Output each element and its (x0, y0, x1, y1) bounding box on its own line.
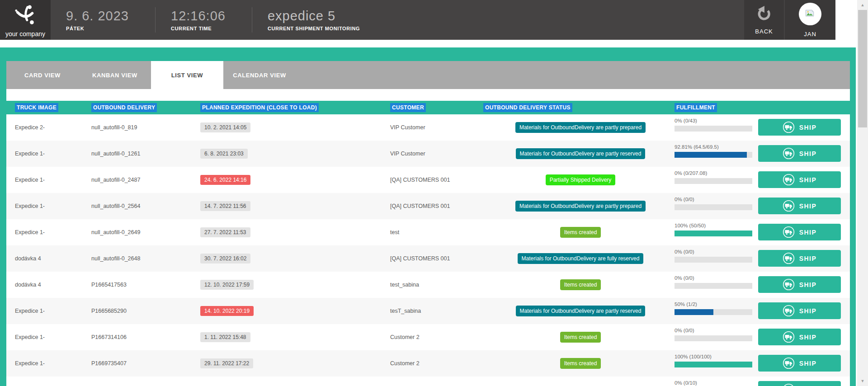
content-frame: CARD VIEWKANBAN VIEWLIST VIEWCALENDAR VI… (0, 47, 856, 386)
delivery-status-cell: Materials for OutboundDelivery are partl… (481, 122, 680, 133)
customer-cell: VIP Customer (390, 124, 425, 131)
outbound-delivery-cell: null_autofill-0_2487 (91, 177, 140, 183)
tab-bar: CARD VIEWKANBAN VIEWLIST VIEWCALENDAR VI… (6, 61, 850, 89)
outbound-delivery-cell: null_autofill-0_2564 (91, 203, 140, 209)
fulfillment-progress-bar (675, 362, 752, 367)
customer-cell: [QA] CUSTOMERS 001 (390, 255, 450, 262)
truck-icon (783, 305, 795, 317)
page-title: expedice 5 (268, 9, 360, 24)
frame-right-border (850, 61, 856, 386)
table-row: Expedice 1-P166973540729. 11. 2022 17:22… (6, 350, 850, 377)
delivery-status-badge: Materials for OutboundDelivery are partl… (515, 201, 646, 212)
company-logo: your company (0, 0, 51, 40)
fulfillment-progress-bar (675, 231, 752, 236)
delivery-status-badge: Partially Shipped Delivery (546, 174, 616, 185)
customer-cell: test (390, 229, 399, 235)
tab-list-view[interactable]: LIST VIEW (151, 61, 223, 89)
truck-icon (783, 331, 795, 343)
ship-button[interactable]: SHIP (758, 250, 841, 267)
ship-button[interactable]: SHIP (758, 145, 841, 162)
frame-left-border (0, 61, 6, 386)
ship-button-label: SHIP (799, 360, 817, 367)
ship-button-label: SHIP (799, 307, 817, 315)
fulfillment-progress-bar (675, 126, 752, 132)
current-date-label: PÁTEK (66, 26, 129, 31)
truck-image-cell: dodávka 4 (15, 282, 41, 288)
customer-cell: Customer 2 (390, 360, 420, 367)
up-arrow-icon[interactable]: ▲ (857, 1, 868, 9)
ship-button[interactable]: SHIP (758, 198, 841, 214)
customer-cell: [QA] CUSTOMERS 001 (390, 203, 450, 209)
fulfillment-label: 0% (0/10) (675, 380, 752, 386)
table-row: 0% (0/10)SHIP (6, 377, 850, 386)
truck-image-cell: Expedice 1- (15, 229, 45, 235)
fulfillment-cell: 0% (0/0) (675, 328, 752, 341)
down-arrow-icon[interactable]: ▼ (857, 377, 868, 385)
shipment-title-block: expedice 5 CURRENT SHIPMENT MONITORING (252, 0, 386, 40)
ship-button[interactable]: SHIP (758, 224, 841, 240)
truck-image-cell: dodávka 4 (15, 255, 41, 262)
frame-top-border (0, 47, 856, 61)
column-header: OUTBOUND DELIVERY STATUS (483, 103, 572, 112)
fulfillment-progress-bar (675, 283, 752, 289)
ship-cell: SHIP (758, 119, 841, 136)
back-label: BACK (755, 28, 773, 35)
delivery-status-badge: Items created (560, 279, 601, 290)
header: your company 9. 6. 2023 PÁTEK 12:16:06 C… (0, 0, 835, 40)
delivery-status-cell: Items created (481, 332, 680, 343)
ship-button[interactable]: SHIP (758, 329, 841, 345)
scrollbar[interactable]: ▲ ▼ (857, 0, 868, 386)
truck-icon (783, 147, 795, 160)
fulfillment-label: 0% (0/0) (675, 249, 752, 254)
current-time-label: CURRENT TIME (171, 26, 226, 31)
ship-button[interactable]: SHIP (758, 119, 841, 136)
outbound-delivery-cell: null_autofill-0_2649 (91, 229, 140, 235)
ship-button[interactable]: SHIP (758, 302, 841, 319)
ship-cell: SHIP (758, 381, 841, 386)
delivery-status-cell: Items created (481, 227, 680, 238)
expedition-date-badge: 30. 7. 2022 16:02 (200, 254, 250, 264)
column-header: CUSTOMER (390, 103, 426, 112)
main-content: CARD VIEWKANBAN VIEWLIST VIEWCALENDAR VI… (6, 61, 850, 386)
expedition-date-badge: 24. 6. 2022 14:16 (200, 175, 250, 185)
planned-expedition-cell: 24. 6. 2022 14:16 (200, 177, 250, 183)
expedition-date-badge: 1. 11. 2022 15:48 (200, 332, 250, 342)
planned-expedition-cell: 6. 8. 2021 23:03 (200, 151, 248, 157)
ship-button[interactable]: SHIP (758, 276, 841, 293)
ship-button[interactable]: SHIP (758, 381, 841, 386)
fulfillment-progress-bar (675, 335, 752, 341)
fulfillment-label: 0% (0/43) (675, 118, 752, 123)
ship-button[interactable]: SHIP (758, 355, 841, 372)
truck-icon (783, 278, 795, 291)
tab-calendar-view[interactable]: CALENDAR VIEW (223, 61, 296, 89)
expedition-date-badge: 14. 10. 2022 20:19 (200, 306, 254, 316)
fulfillment-label: 0% (0/0) (675, 328, 752, 333)
ship-cell: SHIP (758, 276, 841, 293)
delivery-status-badge: Items created (560, 332, 601, 343)
table-body: Expedice 2-null_autofill-0_81910. 2. 202… (6, 114, 850, 386)
expedition-date-badge: 27. 7. 2022 11:53 (200, 227, 250, 237)
outbound-delivery-cell: null_autofill-0_819 (91, 124, 137, 131)
ship-button-label: SHIP (799, 255, 817, 262)
truck-image-cell: Expedice 1- (15, 360, 45, 367)
delivery-status-badge: Materials for OutboundDelivery are partl… (516, 148, 646, 159)
scrollbar-thumb[interactable] (858, 10, 867, 127)
ship-button[interactable]: SHIP (758, 171, 841, 188)
ship-button-label: SHIP (799, 334, 817, 341)
time-block: 12:16:06 CURRENT TIME (156, 0, 252, 40)
tab-kanban-view[interactable]: KANBAN VIEW (79, 61, 151, 89)
truck-icon (783, 121, 795, 133)
expedition-date-badge: 10. 2. 2021 14:05 (200, 122, 250, 132)
fulfillment-progress-bar (675, 257, 752, 263)
tab-card-view[interactable]: CARD VIEW (6, 61, 79, 89)
ship-button-label: SHIP (799, 176, 817, 184)
table-header-row: TRUCK IMAGEOUTBOUND DELIVERYPLANNED EXPE… (6, 101, 850, 114)
user-menu[interactable]: JAN (785, 0, 835, 40)
back-button[interactable]: BACK (744, 0, 784, 40)
expedition-date-badge: 6. 8. 2021 23:03 (200, 149, 248, 159)
fulfillment-cell: 0% (0/0) (675, 249, 752, 263)
planned-expedition-cell: 30. 7. 2022 16:02 (200, 255, 250, 262)
delivery-status-badge: Items created (560, 227, 601, 238)
fulfillment-cell: 0% (0/43) (675, 118, 752, 132)
fulfillment-progress-bar (675, 152, 752, 158)
